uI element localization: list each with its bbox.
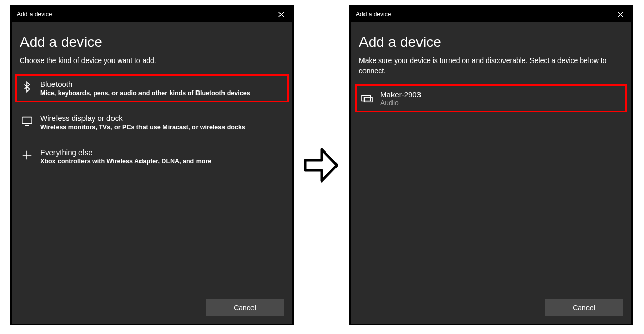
option-body: Bluetooth Mice, keyboards, pens, or audi… <box>40 80 250 97</box>
device-name: Maker-2903 <box>380 90 421 99</box>
option-body: Everything else Xbox controllers with Wi… <box>40 148 211 165</box>
option-subtitle: Mice, keyboards, pens, or audio and othe… <box>40 89 250 97</box>
titlebar-text: Add a device <box>356 11 391 18</box>
titlebar-text: Add a device <box>17 11 52 18</box>
device-body: Maker-2903 Audio <box>380 90 421 107</box>
cancel-button[interactable]: Cancel <box>206 299 284 316</box>
option-title: Everything else <box>40 148 211 157</box>
close-button[interactable] <box>613 9 627 19</box>
close-button[interactable] <box>274 9 288 19</box>
device-list: Maker-2903 Audio <box>351 86 631 111</box>
page-subheading: Choose the kind of device you want to ad… <box>20 55 284 66</box>
dialog-inner: Add a device Add a device Choose the kin… <box>12 7 292 324</box>
page-subheading: Make sure your device is turned on and d… <box>359 55 623 76</box>
close-icon <box>618 12 623 17</box>
option-body: Wireless display or dock Wireless monito… <box>40 114 245 131</box>
heading-area: Add a device Choose the kind of device y… <box>12 22 292 66</box>
svg-rect-8 <box>362 96 371 101</box>
dialog-inner: Add a device Add a device Make sure your… <box>351 7 631 324</box>
option-title: Wireless display or dock <box>40 114 245 123</box>
heading-area: Add a device Make sure your device is tu… <box>351 22 631 76</box>
option-subtitle: Wireless monitors, TVs, or PCs that use … <box>40 124 245 131</box>
monitor-icon <box>20 114 34 128</box>
page-title: Add a device <box>20 34 284 50</box>
option-list: Bluetooth Mice, keyboards, pens, or audi… <box>12 76 292 169</box>
close-icon <box>278 12 284 17</box>
device-icon <box>360 91 374 105</box>
titlebar: Add a device <box>351 7 631 22</box>
dialog-footer: Cancel <box>351 299 631 324</box>
device-item-maker2903[interactable]: Maker-2903 Audio <box>355 84 627 112</box>
svg-rect-2 <box>22 117 32 124</box>
option-everything-else[interactable]: Everything else Xbox controllers with Wi… <box>17 144 287 169</box>
plus-icon <box>20 148 34 162</box>
dialog-footer: Cancel <box>12 299 292 324</box>
add-device-dialog-step2: Add a device Add a device Make sure your… <box>349 5 633 325</box>
page-title: Add a device <box>359 34 623 50</box>
option-title: Bluetooth <box>40 80 250 88</box>
option-wireless-display[interactable]: Wireless display or dock Wireless monito… <box>17 110 287 135</box>
bluetooth-icon <box>20 80 34 94</box>
titlebar: Add a device <box>12 7 292 22</box>
add-device-dialog-step1: Add a device Add a device Choose the kin… <box>10 5 294 325</box>
option-subtitle: Xbox controllers with Wireless Adapter, … <box>40 158 211 165</box>
option-bluetooth[interactable]: Bluetooth Mice, keyboards, pens, or audi… <box>15 74 289 102</box>
arrow-icon <box>304 146 338 184</box>
cancel-button[interactable]: Cancel <box>545 299 623 316</box>
device-type: Audio <box>380 99 421 107</box>
